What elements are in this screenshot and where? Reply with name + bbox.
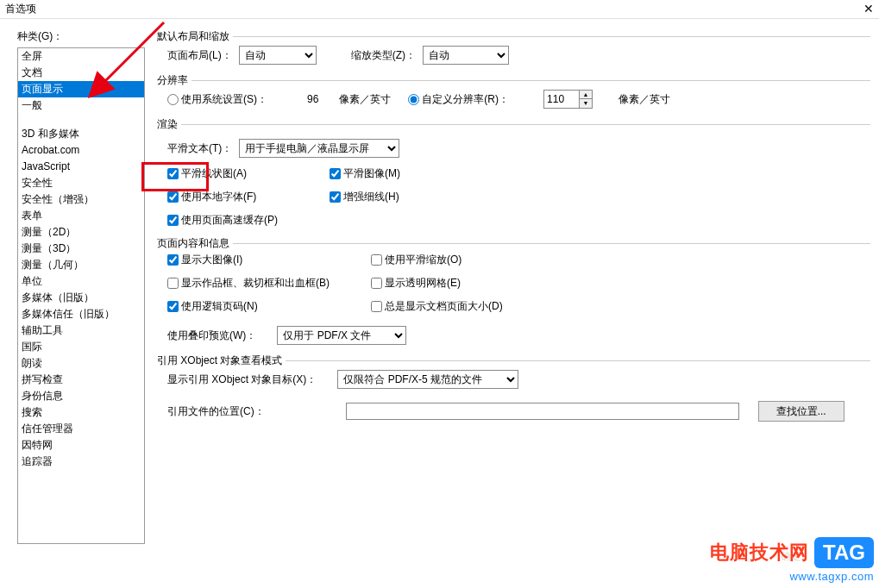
xobject-target-select[interactable]: 仅限符合 PDF/X-5 规范的文件 xyxy=(337,370,518,389)
chk-smooth-image[interactable]: 平滑图像(M) xyxy=(330,166,400,181)
watermark: 电脑技术网 TAG www.tagxp.com xyxy=(710,537,874,583)
chk-show-boxes[interactable]: 显示作品框、裁切框和出血框(B) xyxy=(167,276,371,291)
category-item[interactable]: 多媒体信任（旧版） xyxy=(18,306,144,322)
category-item[interactable]: 追踪器 xyxy=(18,454,144,470)
overprint-select[interactable]: 仅用于 PDF/X 文件 xyxy=(277,326,406,345)
chk-always-size[interactable]: 总是显示文档页面大小(D) xyxy=(371,299,503,314)
category-listbox[interactable]: 全屏文档页面显示一般3D 和多媒体Acrobat.comJavaScript安全… xyxy=(17,47,145,544)
category-item[interactable]: 表单 xyxy=(18,208,144,224)
chk-trans-grid[interactable]: 显示透明网格(E) xyxy=(371,276,503,291)
custom-dpi-unit: 像素／英寸 xyxy=(618,92,670,107)
category-item[interactable]: 因特网 xyxy=(18,437,144,454)
category-item[interactable]: 页面显示 xyxy=(18,81,144,97)
category-item[interactable]: 3D 和多媒体 xyxy=(18,126,144,142)
custom-dpi-input[interactable] xyxy=(543,90,580,109)
category-item[interactable]: 拼写检查 xyxy=(18,372,144,388)
overprint-label: 使用叠印预览(W)： xyxy=(167,328,256,343)
category-item[interactable]: 安全性（增强） xyxy=(18,191,144,208)
page-layout-select[interactable]: 自动 xyxy=(239,46,317,65)
system-dpi-value: 96 xyxy=(307,93,318,105)
browse-button[interactable]: 查找位置... xyxy=(758,401,844,422)
category-item[interactable]: 一般 xyxy=(18,97,144,114)
chk-smooth-line[interactable]: 平滑线状图(A) xyxy=(167,166,278,181)
spin-up-icon[interactable]: ▲ xyxy=(580,91,592,99)
xobject-target-label: 显示引用 XObject 对象目标(X)： xyxy=(167,372,317,387)
custom-dpi-spinner[interactable]: ▲▼ xyxy=(543,90,593,109)
category-item[interactable]: JavaScript xyxy=(18,159,144,175)
titlebar: 首选项 ✕ xyxy=(0,0,879,19)
zoom-type-select[interactable]: 自动 xyxy=(423,46,509,65)
section-title-resolution: 分辨率 xyxy=(157,73,191,88)
section-resolution: 分辨率 使用系统设置(S)： 96 像素／英寸 自定义分辨率(R)： ▲▼ 像素… xyxy=(157,80,870,121)
category-label: 种类(G)： xyxy=(17,29,145,44)
category-item[interactable]: 安全性 xyxy=(18,175,144,191)
category-item[interactable]: Acrobat.com xyxy=(18,142,144,159)
category-item[interactable]: 信任管理器 xyxy=(18,421,144,437)
section-rendering: 渲染 平滑文本(T)： 用于手提电脑／液晶显示屏 平滑线状图(A) 使用本地字体… xyxy=(157,124,870,240)
chk-large-images[interactable]: 显示大图像(I) xyxy=(167,253,371,267)
chk-smooth-zoom[interactable]: 使用平滑缩放(O) xyxy=(371,253,503,267)
window-title: 首选项 xyxy=(5,2,36,16)
section-xobject: 引用 XObject 对象查看模式 显示引用 XObject 对象目标(X)： … xyxy=(157,360,870,434)
xobject-location-input[interactable] xyxy=(346,403,739,420)
section-title-rendering: 渲染 xyxy=(157,117,181,132)
chk-enhance-lines[interactable]: 增强细线(H) xyxy=(330,190,400,204)
smooth-text-label: 平滑文本(T)： xyxy=(167,141,232,156)
section-title-xobject: 引用 XObject 对象查看模式 xyxy=(157,353,286,368)
category-item[interactable]: 测量（2D） xyxy=(18,224,144,241)
category-item[interactable]: 单位 xyxy=(18,273,144,290)
chk-logical-page[interactable]: 使用逻辑页码(N) xyxy=(167,299,371,314)
category-item[interactable]: 国际 xyxy=(18,339,144,355)
spin-down-icon[interactable]: ▼ xyxy=(580,99,592,108)
category-item[interactable]: 辅助工具 xyxy=(18,322,144,339)
watermark-text: 电脑技术网 xyxy=(710,540,809,566)
section-title-layout: 默认布局和缩放 xyxy=(157,29,233,44)
category-item[interactable]: 多媒体（旧版） xyxy=(18,290,144,306)
category-item[interactable]: 文档 xyxy=(18,65,144,81)
section-title-content: 页面内容和信息 xyxy=(157,236,233,251)
category-item[interactable]: 全屏 xyxy=(18,48,144,65)
category-item[interactable]: 朗读 xyxy=(18,355,144,372)
page-layout-label: 页面布局(L)： xyxy=(167,48,232,63)
category-item[interactable]: 测量（几何） xyxy=(18,257,144,273)
category-item[interactable]: 搜索 xyxy=(18,404,144,421)
chk-page-cache[interactable]: 使用页面高速缓存(P) xyxy=(167,213,278,228)
zoom-type-label: 缩放类型(Z)： xyxy=(351,48,416,63)
section-layout: 默认布局和缩放 页面布局(L)： 自动 缩放类型(Z)： 自动 xyxy=(157,36,870,77)
category-item[interactable]: 身份信息 xyxy=(18,388,144,404)
smooth-text-select[interactable]: 用于手提电脑／液晶显示屏 xyxy=(239,139,399,158)
chk-local-fonts[interactable]: 使用本地字体(F) xyxy=(167,190,278,204)
category-item[interactable]: 测量（3D） xyxy=(18,241,144,257)
radio-custom-resolution[interactable]: 自定义分辨率(R)： xyxy=(408,92,509,107)
close-icon[interactable]: ✕ xyxy=(863,2,874,16)
section-content: 页面内容和信息 显示大图像(I) 显示作品框、裁切框和出血框(B) 使用逻辑页码… xyxy=(157,243,870,357)
watermark-tag: TAG xyxy=(814,537,874,568)
xobject-location-label: 引用文件的位置(C)： xyxy=(167,404,265,419)
system-dpi-unit: 像素／英寸 xyxy=(339,92,391,107)
radio-system-setting[interactable]: 使用系统设置(S)： xyxy=(167,92,267,107)
watermark-url: www.tagxp.com xyxy=(710,570,874,583)
